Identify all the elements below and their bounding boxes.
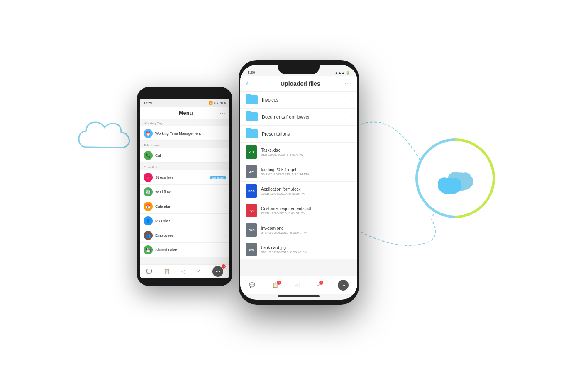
file-meta-inv: 248KB 12/26/2019, 5:36:48 PM — [261, 231, 351, 235]
android-header: Menu ··· — [140, 107, 229, 119]
section-working-day: Working Day — [140, 119, 229, 126]
calendar-chevron: › — [224, 205, 226, 208]
file-meta-tasks: 9KB 12/26/2019, 5:44:14 PM — [261, 153, 351, 157]
employees-label: Employees — [155, 233, 224, 237]
menu-item-working-time[interactable]: ⏰ Working Time Management — [140, 126, 229, 141]
nav-check[interactable]: ✓ — [197, 269, 201, 274]
svg-point-5 — [450, 178, 461, 187]
iphone-nav-back[interactable]: ◁ — [295, 282, 299, 288]
iphone-notch — [278, 65, 320, 74]
file-meta-application: 13KB 12/26/2019, 5:42:26 PM — [261, 192, 351, 196]
folder-icon-documents — [246, 112, 258, 121]
file-meta-landing: 39.4MB 12/26/2019, 5:43:34 PM — [261, 172, 351, 176]
iphone-home-indicator — [278, 295, 320, 297]
shared-drive-chevron: › — [224, 248, 226, 252]
android-menu-dots[interactable]: ··· — [220, 109, 226, 116]
workflows-label: Workflows — [155, 190, 224, 194]
iphone-back-button[interactable]: ‹ — [246, 79, 256, 88]
working-time-icon: ⏰ — [144, 129, 153, 138]
file-title-customer: Customer requirements.pdf — [261, 206, 351, 211]
file-title-landing: landing 20.5.1.mp4 — [261, 167, 351, 172]
mydrive-chevron: › — [224, 219, 226, 223]
measure-badge[interactable]: Measure — [210, 176, 226, 179]
iphone-nav-chat[interactable]: 💬 — [249, 282, 255, 288]
svg-point-4 — [438, 177, 451, 188]
menu-item-workflows[interactable]: 🔄 Workflows › — [140, 185, 229, 199]
iphone-file-list: Invoices › Documents from lawyer › Prese… — [240, 92, 357, 259]
svg-point-2 — [460, 172, 471, 182]
file-inv-png[interactable]: PNG inv-com.png 248KB 12/26/2019, 5:36:4… — [240, 220, 357, 240]
menu-item-shared-drive[interactable]: 💾 Shared Drive › — [140, 243, 229, 257]
android-status-icons: 📶 4G 78% — [209, 101, 226, 105]
android-menu-content: Working Day ⏰ Working Time Management Te… — [140, 119, 229, 257]
iphone-phone: 5:50 ▲▲▲ 🔋 ‹ Uploaded files ··· Invoices… — [239, 60, 359, 305]
file-info-bankcard: bank card.jpg 351KB 12/26/2019, 6:35:45 … — [261, 245, 351, 254]
folder-chevron-documents: › — [350, 115, 351, 119]
iphone-header-title: Uploaded files — [256, 80, 345, 87]
calendar-label: Calendar — [155, 204, 224, 208]
menu-item-mydrive[interactable]: 👤 My Drive › — [140, 214, 229, 228]
working-time-label: Working Time Management — [155, 131, 226, 136]
nav-more[interactable]: ··· 10 — [212, 266, 223, 277]
workflows-chevron: › — [224, 190, 226, 194]
file-bankcard-jpg[interactable]: JPG bank card.jpg 351KB 12/26/2019, 6:35… — [240, 240, 357, 259]
menu-item-calendar[interactable]: 📅 Calendar › — [140, 199, 229, 214]
file-info-tasks: Tasks.xlsx 9KB 12/26/2019, 5:44:14 PM — [261, 148, 351, 157]
employees-chevron: › — [224, 234, 226, 237]
shared-drive-label: Shared Drive — [155, 248, 224, 252]
android-status-bar: 16:29 📶 4G 78% — [140, 99, 229, 107]
menu-item-employees[interactable]: 👥 Employees › — [140, 228, 229, 243]
file-customer-pdf[interactable]: PDF Customer requirements.pdf 22KB 12/26… — [240, 201, 357, 220]
docx-icon: DOC — [246, 184, 257, 198]
nav-back[interactable]: ◁ — [181, 269, 185, 274]
iphone-nav-check[interactable]: ✓ 1 — [317, 282, 321, 288]
menu-item-call[interactable]: 📞 Call › — [140, 148, 229, 163]
iphone-nav-more[interactable]: ··· — [338, 280, 349, 291]
file-meta-customer: 22KB 12/26/2019, 5:41:51 PM — [261, 211, 351, 215]
mydrive-icon: 👤 — [144, 216, 153, 225]
android-time: 16:29 — [144, 101, 152, 105]
file-title-tasks: Tasks.xlsx — [261, 148, 351, 153]
android-nav-bar: 💬 📋 ◁ ✓ ··· 10 — [140, 264, 229, 278]
android-phone: 16:29 📶 4G 78% Menu ··· Working Day ⏰ Wo… — [137, 87, 232, 286]
nav-chat[interactable]: 💬 — [146, 269, 152, 274]
mp4-icon: MP4 — [246, 165, 257, 178]
file-title-bankcard: bank card.jpg — [261, 245, 351, 250]
iphone-nav-tasks[interactable]: 📋 2 — [272, 282, 278, 288]
file-landing-mp4[interactable]: MP4 landing 20.5.1.mp4 39.4MB 12/26/2019… — [240, 162, 357, 182]
folder-documents[interactable]: Documents from lawyer › — [240, 109, 357, 126]
cloud-sync-icon — [432, 162, 478, 194]
folder-icon-invoices — [246, 95, 258, 104]
cloud-circle — [418, 141, 493, 216]
iphone-nav-bar: 💬 📋 2 ◁ ✓ 1 ··· — [240, 276, 357, 294]
folder-presentations[interactable]: Presentations › — [240, 126, 357, 143]
stress-label: Stress level — [155, 175, 209, 179]
cloud-outline-icon — [75, 116, 141, 157]
stress-icon: 💗 — [144, 173, 153, 182]
android-screen: 16:29 📶 4G 78% Menu ··· Working Day ⏰ Wo… — [140, 99, 229, 278]
shared-drive-icon: 💾 — [144, 245, 153, 254]
workflows-icon: 🔄 — [144, 187, 153, 196]
section-favorites: Favorites — [140, 163, 229, 170]
file-info-inv: inv-com.png 248KB 12/26/2019, 5:36:48 PM — [261, 226, 351, 235]
file-application-docx[interactable]: DOC Application form.docx 13KB 12/26/201… — [240, 182, 357, 201]
file-info-application: Application form.docx 13KB 12/26/2019, 5… — [261, 187, 351, 196]
folder-invoices[interactable]: Invoices › — [240, 92, 357, 109]
iphone-status-icons: ▲▲▲ 🔋 — [335, 71, 350, 75]
file-meta-bankcard: 351KB 12/26/2019, 6:35:45 PM — [261, 250, 351, 254]
iphone-screen: 5:50 ▲▲▲ 🔋 ‹ Uploaded files ··· Invoices… — [240, 65, 357, 300]
iphone-header: ‹ Uploaded files ··· — [240, 76, 357, 92]
call-icon: 📞 — [144, 151, 153, 160]
file-tasks-xlsx[interactable]: XLS Tasks.xlsx 9KB 12/26/2019, 5:44:14 P… — [240, 143, 357, 162]
section-telephony: Telephony — [140, 141, 229, 148]
iphone-menu-dots[interactable]: ··· — [345, 80, 351, 87]
nav-tasks[interactable]: 📋 — [164, 269, 170, 274]
menu-item-stress[interactable]: 💗 Stress level Measure — [140, 170, 229, 185]
xlsx-icon: XLS — [246, 145, 257, 159]
file-info-landing: landing 20.5.1.mp4 39.4MB 12/26/2019, 5:… — [261, 167, 351, 176]
mydrive-label: My Drive — [155, 219, 224, 223]
iphone-tasks-badge: 2 — [277, 281, 281, 285]
call-label: Call — [155, 153, 224, 157]
pdf-icon: PDF — [246, 204, 257, 217]
png-icon: PNG — [246, 223, 257, 237]
